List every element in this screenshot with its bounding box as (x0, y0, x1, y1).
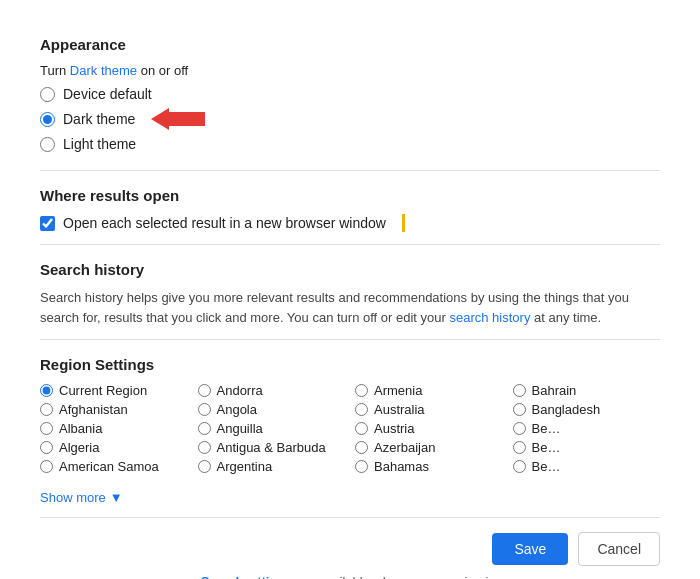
search-history-section: Search history Search history helps give… (40, 245, 660, 340)
red-arrow-icon (151, 108, 205, 130)
region-label: Andorra (217, 383, 263, 398)
search-history-link[interactable]: search history (449, 310, 530, 325)
region-item[interactable]: Angola (198, 402, 346, 417)
region-item[interactable]: Armenia (355, 383, 503, 398)
dark-theme-toggle-line: Turn Dark theme on or off (40, 63, 660, 78)
region-radio[interactable] (513, 422, 526, 435)
region-grid: Current RegionAndorraArmeniaBahrainAfgha… (40, 383, 660, 474)
region-radio[interactable] (355, 384, 368, 397)
region-label: Be… (532, 440, 561, 455)
region-item[interactable]: Algeria (40, 440, 188, 455)
region-item[interactable]: Antigua & Barbuda (198, 440, 346, 455)
appearance-title: Appearance (40, 36, 660, 53)
cancel-button[interactable]: Cancel (578, 532, 660, 566)
region-item[interactable]: Afghanistan (40, 402, 188, 417)
region-label: Anguilla (217, 421, 263, 436)
dark-theme-option[interactable]: Dark theme (40, 108, 660, 130)
region-label: Current Region (59, 383, 147, 398)
region-item[interactable]: Andorra (198, 383, 346, 398)
region-label: Argentina (217, 459, 273, 474)
region-label: Algeria (59, 440, 99, 455)
region-label: Australia (374, 402, 425, 417)
region-label: Armenia (374, 383, 422, 398)
region-settings-title: Region Settings (40, 356, 660, 373)
region-radio[interactable] (513, 384, 526, 397)
device-default-option[interactable]: Device default (40, 86, 660, 102)
region-label: Bangladesh (532, 402, 601, 417)
region-item[interactable]: Be… (513, 421, 661, 436)
region-label: Azerbaijan (374, 440, 435, 455)
region-radio[interactable] (198, 422, 211, 435)
saved-settings-suffix: are available whenever you sign in. (293, 574, 500, 579)
new-window-label: Open each selected result in a new brows… (63, 215, 386, 231)
region-radio[interactable] (40, 441, 53, 454)
region-radio[interactable] (513, 441, 526, 454)
region-radio[interactable] (40, 403, 53, 416)
light-theme-label: Light theme (63, 136, 136, 152)
region-item[interactable]: Austria (355, 421, 503, 436)
device-default-label: Device default (63, 86, 152, 102)
region-label: American Samoa (59, 459, 159, 474)
region-item[interactable]: Argentina (198, 459, 346, 474)
footer-buttons: Save Cancel (40, 518, 660, 574)
region-label: Austria (374, 421, 414, 436)
new-window-checkbox[interactable] (40, 216, 55, 231)
region-settings-section: Region Settings Current RegionAndorraArm… (40, 340, 660, 518)
region-label: Afghanistan (59, 402, 128, 417)
region-radio[interactable] (355, 403, 368, 416)
where-results-section: Where results open Open each selected re… (40, 171, 660, 245)
region-radio[interactable] (355, 441, 368, 454)
vertical-marker (402, 214, 405, 232)
region-radio[interactable] (513, 460, 526, 473)
region-radio[interactable] (355, 460, 368, 473)
dark-theme-link[interactable]: Dark theme (70, 63, 137, 78)
region-item[interactable]: American Samoa (40, 459, 188, 474)
region-radio[interactable] (513, 403, 526, 416)
new-window-checkbox-label[interactable]: Open each selected result in a new brows… (40, 215, 386, 231)
region-label: Bahamas (374, 459, 429, 474)
show-more-label: Show more (40, 490, 106, 505)
region-label: Bahrain (532, 383, 577, 398)
search-history-description: Search history helps give you more relev… (40, 288, 660, 327)
region-item[interactable]: Bahamas (355, 459, 503, 474)
saved-settings-note: Saved settings are available whenever yo… (40, 574, 660, 579)
theme-radio-group: Device default Dark theme Light theme (40, 86, 660, 152)
region-label: Albania (59, 421, 102, 436)
region-label: Antigua & Barbuda (217, 440, 326, 455)
region-radio[interactable] (198, 441, 211, 454)
region-radio[interactable] (355, 422, 368, 435)
where-results-title: Where results open (40, 187, 660, 204)
region-item[interactable]: Be… (513, 440, 661, 455)
show-more-container: Show more ▼ (40, 482, 660, 505)
dark-theme-label: Dark theme (63, 111, 135, 127)
region-item[interactable]: Be… (513, 459, 661, 474)
settings-page: Appearance Turn Dark theme on or off Dev… (0, 0, 700, 579)
region-item[interactable]: Albania (40, 421, 188, 436)
saved-settings-link[interactable]: Saved settings (201, 574, 293, 579)
region-item[interactable]: Bangladesh (513, 402, 661, 417)
region-item[interactable]: Anguilla (198, 421, 346, 436)
region-radio[interactable] (40, 384, 53, 397)
dark-theme-radio[interactable] (40, 112, 55, 127)
svg-marker-0 (151, 108, 205, 130)
appearance-section: Appearance Turn Dark theme on or off Dev… (40, 20, 660, 171)
region-item[interactable]: Azerbaijan (355, 440, 503, 455)
save-button[interactable]: Save (492, 533, 568, 565)
light-theme-option[interactable]: Light theme (40, 136, 660, 152)
device-default-radio[interactable] (40, 87, 55, 102)
region-radio[interactable] (198, 403, 211, 416)
region-radio[interactable] (198, 460, 211, 473)
turn-dark-theme-prefix: Turn (40, 63, 70, 78)
region-radio[interactable] (40, 460, 53, 473)
region-item[interactable]: Australia (355, 402, 503, 417)
dark-theme-off: or off (155, 63, 188, 78)
show-more-link[interactable]: Show more ▼ (40, 490, 123, 505)
region-radio[interactable] (40, 422, 53, 435)
region-label: Be… (532, 459, 561, 474)
light-theme-radio[interactable] (40, 137, 55, 152)
region-item[interactable]: Bahrain (513, 383, 661, 398)
region-item[interactable]: Current Region (40, 383, 188, 398)
region-label: Be… (532, 421, 561, 436)
region-radio[interactable] (198, 384, 211, 397)
search-history-title: Search history (40, 261, 660, 278)
